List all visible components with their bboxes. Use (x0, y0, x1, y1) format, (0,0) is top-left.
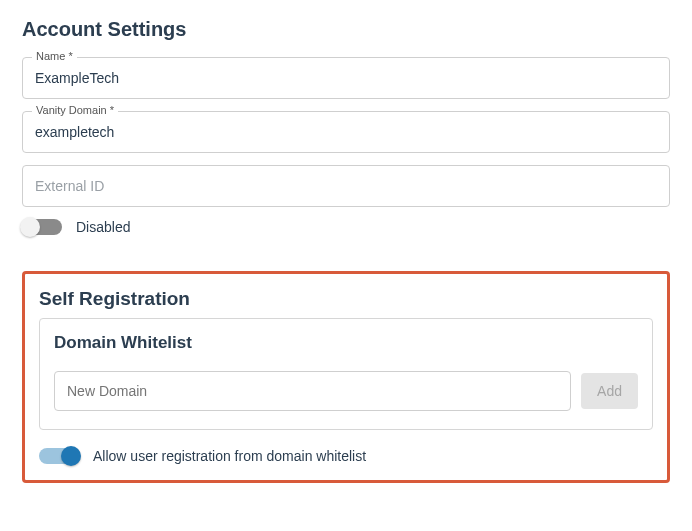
self-registration-highlight: Self Registration Domain Whitelist Add A… (22, 271, 670, 483)
external-id-input[interactable] (22, 165, 670, 207)
allow-registration-label: Allow user registration from domain whit… (93, 448, 366, 464)
allow-registration-row: Allow user registration from domain whit… (39, 448, 653, 464)
add-domain-button[interactable]: Add (581, 373, 638, 409)
toggle-knob (20, 217, 40, 237)
allow-registration-toggle[interactable] (39, 448, 79, 464)
name-input[interactable] (22, 57, 670, 99)
disabled-toggle[interactable] (22, 219, 62, 235)
vanity-label: Vanity Domain * (32, 104, 118, 116)
disabled-toggle-row: Disabled (22, 219, 670, 235)
name-field-wrap: Name * (22, 57, 670, 99)
external-id-field-wrap (22, 165, 670, 207)
self-registration-title: Self Registration (39, 288, 653, 310)
new-domain-input[interactable] (54, 371, 571, 411)
toggle-knob (61, 446, 81, 466)
vanity-domain-input[interactable] (22, 111, 670, 153)
domain-add-row: Add (54, 371, 638, 411)
account-settings-title: Account Settings (22, 18, 670, 41)
name-label: Name * (32, 50, 77, 62)
disabled-toggle-label: Disabled (76, 219, 130, 235)
domain-whitelist-title: Domain Whitelist (54, 333, 638, 353)
vanity-field-wrap: Vanity Domain * (22, 111, 670, 153)
domain-whitelist-panel: Domain Whitelist Add (39, 318, 653, 430)
